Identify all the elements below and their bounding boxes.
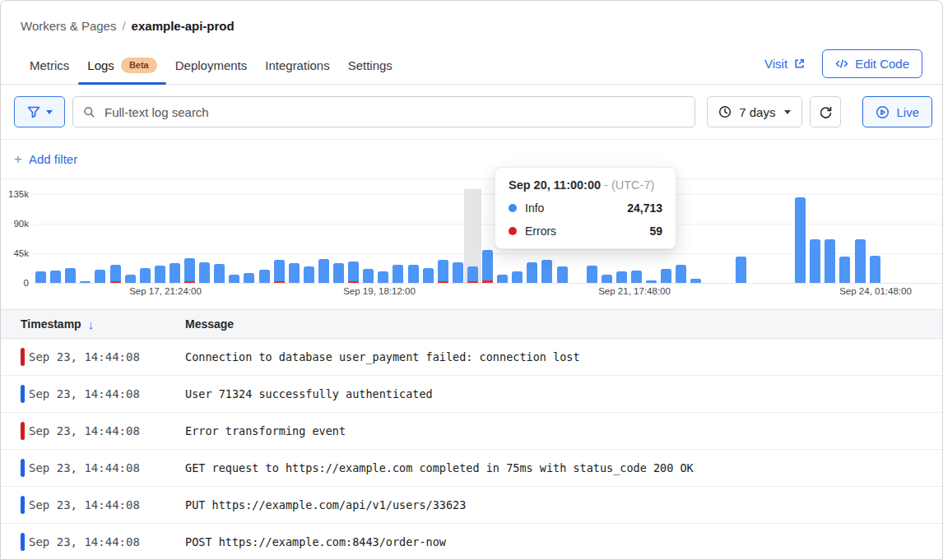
chart-bar[interactable] <box>855 239 866 283</box>
chart-bar[interactable] <box>825 239 835 283</box>
chart-bar[interactable] <box>35 271 46 283</box>
chart-bar[interactable] <box>184 258 195 283</box>
chart-tooltip: Sep 20, 11:00:00 - (UTC-7) Info 24,713 E… <box>495 167 676 249</box>
chart-bar[interactable] <box>80 281 91 283</box>
visit-link[interactable]: Visit <box>764 57 806 71</box>
chart-bar[interactable] <box>690 279 701 283</box>
tab-bar: Metrics Logs Beta Deployments Integratio… <box>1 49 942 85</box>
chart-bar[interactable] <box>289 263 300 283</box>
chart-bar[interactable] <box>557 266 568 283</box>
chart-bar[interactable] <box>587 266 597 283</box>
log-row[interactable]: Sep 23, 14:44:08POST https://example.com… <box>1 524 942 560</box>
tooltip-errors-row: Errors 59 <box>509 224 662 238</box>
chart-bar-error-segment <box>438 281 448 283</box>
chevron-down-icon <box>46 110 53 114</box>
chart-bar[interactable] <box>408 265 419 283</box>
beta-badge: Beta <box>121 58 157 73</box>
search-input[interactable] <box>103 104 685 120</box>
chart-bar[interactable] <box>795 197 806 283</box>
log-timestamp: Sep 23, 14:44:08 <box>1 461 185 474</box>
log-message: GET request to https://example.com compl… <box>185 461 694 474</box>
log-message: Connection to database user_payment fail… <box>185 350 580 363</box>
refresh-button[interactable] <box>810 96 841 127</box>
refresh-icon <box>819 105 833 119</box>
chart-bar[interactable] <box>393 265 403 283</box>
x-axis-tick: Sep 21, 17:48:00 <box>598 286 671 296</box>
add-filter-button[interactable]: Add filter <box>29 152 77 166</box>
chevron-down-icon <box>784 110 791 114</box>
chart-bar[interactable] <box>304 266 314 283</box>
log-row[interactable]: Sep 23, 14:44:08Connection to database u… <box>1 339 942 376</box>
chart-bar[interactable] <box>140 268 151 283</box>
chart-bar[interactable] <box>423 268 434 283</box>
time-range-dropdown[interactable]: 7 days <box>707 96 802 127</box>
add-filter-row: + Add filter <box>1 140 942 179</box>
tab-integrations[interactable]: Integrations <box>256 49 338 83</box>
chart-bar[interactable] <box>541 260 552 283</box>
chart-bar[interactable] <box>467 266 478 283</box>
log-table-body: Sep 23, 14:44:08Connection to database u… <box>1 339 942 560</box>
log-row[interactable]: Sep 23, 14:44:08User 71324 successfully … <box>1 376 942 413</box>
chart-bar[interactable] <box>170 263 180 283</box>
chart-bar[interactable] <box>453 262 463 283</box>
chart-bar[interactable] <box>736 257 746 283</box>
chart-bar[interactable] <box>497 275 508 283</box>
chart-bar[interactable] <box>125 275 136 283</box>
tab-logs[interactable]: Logs Beta <box>78 49 165 84</box>
chart-bar[interactable] <box>214 264 225 283</box>
severity-indicator-error <box>21 348 25 366</box>
column-header-message: Message <box>185 317 234 331</box>
chart-bar[interactable] <box>155 266 165 283</box>
x-axis-tick: Sep 17, 21:24:00 <box>129 286 202 296</box>
chart-bar[interactable] <box>616 271 627 283</box>
chart-bar[interactable] <box>65 268 76 283</box>
chart-bar[interactable] <box>870 256 880 283</box>
chart-bar[interactable] <box>646 280 657 283</box>
log-row[interactable]: Sep 23, 14:44:08GET request to https://e… <box>1 450 942 487</box>
filter-menu-button[interactable] <box>14 96 65 127</box>
severity-indicator-info <box>21 496 25 514</box>
chart-bar[interactable] <box>110 265 121 283</box>
chart-bar[interactable] <box>244 273 254 283</box>
chart-bar[interactable] <box>438 260 448 283</box>
chart-gridline <box>34 224 942 224</box>
chart-gridline <box>34 283 942 284</box>
chart-bar[interactable] <box>602 275 612 283</box>
tab-settings[interactable]: Settings <box>339 49 402 83</box>
log-row[interactable]: Sep 23, 14:44:08Error transforming event <box>1 413 942 450</box>
chart-bar[interactable] <box>95 270 105 283</box>
chart-bar[interactable] <box>229 275 239 283</box>
chart-bar[interactable] <box>527 262 537 283</box>
chart-bar[interactable] <box>333 263 344 283</box>
chart-bar[interactable] <box>318 259 329 283</box>
chart-bar[interactable] <box>676 265 686 283</box>
chart-bar[interactable] <box>363 269 374 283</box>
chart-bar[interactable] <box>378 271 388 283</box>
chart-bar[interactable] <box>259 270 270 283</box>
chart-bar[interactable] <box>839 257 850 283</box>
tab-deployments[interactable]: Deployments <box>166 49 257 83</box>
live-button[interactable]: Live <box>862 96 932 127</box>
header-actions: Visit Edit Code <box>764 49 922 83</box>
breadcrumb-workers-pages-link[interactable]: Workers & Pages <box>21 19 116 33</box>
chart-bar[interactable] <box>661 269 671 283</box>
column-header-timestamp[interactable]: Timestamp ↓ <box>1 317 185 331</box>
tooltip-timestamp: Sep 20, 11:00:00 <box>509 178 601 192</box>
chart-bar[interactable] <box>348 261 359 283</box>
chart-bar[interactable] <box>512 271 523 283</box>
chart-bar[interactable] <box>50 271 61 283</box>
edit-code-button[interactable]: Edit Code <box>822 49 922 78</box>
chart-bar[interactable] <box>274 260 285 283</box>
chart-bar[interactable] <box>199 262 210 283</box>
tooltip-errors-value: 59 <box>649 224 662 238</box>
clock-icon <box>718 105 732 118</box>
chart-bar[interactable] <box>810 239 820 283</box>
log-row[interactable]: Sep 23, 14:44:08PUT https://example.com/… <box>1 487 942 524</box>
tab-metrics[interactable]: Metrics <box>21 49 78 83</box>
severity-indicator-info <box>21 385 25 403</box>
workers-logs-page: Workers & Pages/example-api-prod Metrics… <box>0 0 943 560</box>
chart-bar[interactable] <box>631 271 642 283</box>
log-timestamp: Sep 23, 14:44:08 <box>1 535 185 548</box>
tooltip-info-value: 24,713 <box>627 201 662 215</box>
chart-bar[interactable] <box>482 250 493 283</box>
